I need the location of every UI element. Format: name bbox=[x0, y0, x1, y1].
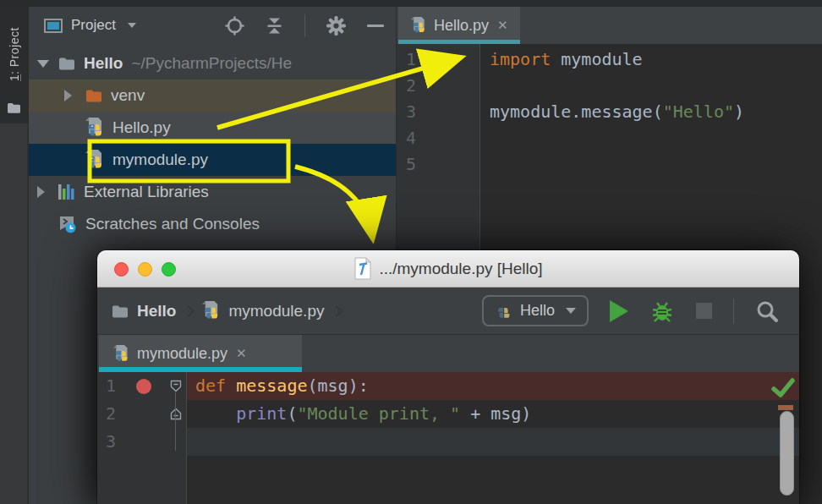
window-top-edge bbox=[0, 0, 822, 7]
fold-start-icon[interactable] bbox=[170, 380, 182, 392]
editor-scrollbar[interactable] bbox=[780, 411, 794, 496]
tree-item-external-libraries[interactable]: External Libraries bbox=[29, 176, 396, 208]
code-line bbox=[186, 428, 799, 456]
tab-label: Hello.py bbox=[434, 17, 489, 35]
close-icon[interactable]: ✕ bbox=[236, 346, 247, 361]
collapse-all-icon[interactable] bbox=[265, 16, 284, 36]
tool-window-button-label: 1: Project bbox=[0, 12, 28, 96]
float-editor-tab-bar: mymodule.py ✕ bbox=[97, 335, 799, 372]
code-line-breakpoint: 1 def message(msg): bbox=[97, 372, 799, 400]
code-line: mymodule.message("Hello") bbox=[480, 99, 822, 125]
zoom-window-button[interactable] bbox=[162, 262, 176, 277]
locate-file-icon[interactable] bbox=[225, 16, 244, 36]
fold-guide-line bbox=[175, 392, 176, 451]
tree-item-label: Scratches and Consoles bbox=[85, 215, 260, 233]
run-configuration-select[interactable]: Hello bbox=[482, 295, 589, 326]
hide-tool-window-icon[interactable] bbox=[367, 25, 384, 27]
tree-item-label: venv bbox=[111, 86, 145, 105]
code-line bbox=[186, 456, 799, 484]
debug-button[interactable] bbox=[649, 299, 675, 323]
tree-item-label: External Libraries bbox=[84, 183, 209, 201]
minimize-window-button[interactable] bbox=[138, 262, 152, 277]
python-file-icon bbox=[85, 149, 105, 171]
folder-icon bbox=[7, 101, 21, 114]
expand-arrow-icon[interactable] bbox=[37, 186, 45, 198]
tree-item-scratches[interactable]: Scratches and Consoles bbox=[29, 208, 396, 240]
code-line: def message(msg): bbox=[186, 372, 799, 400]
run-configuration-label: Hello bbox=[520, 302, 555, 320]
gutter-cell bbox=[97, 456, 186, 484]
left-tool-stripe: 1: Project bbox=[0, 7, 28, 504]
libraries-icon bbox=[58, 183, 76, 201]
toolbar-divider bbox=[733, 299, 734, 324]
folder-icon bbox=[58, 56, 76, 71]
project-tree: Hello ~/PycharmProjects/He venv Hello.py… bbox=[29, 44, 396, 240]
python-file-icon bbox=[410, 16, 427, 35]
settings-gear-icon[interactable] bbox=[326, 15, 347, 36]
project-panel-header: Project bbox=[29, 7, 396, 44]
breakpoint-icon[interactable] bbox=[136, 379, 151, 394]
code-row bbox=[97, 456, 799, 484]
python-file-icon bbox=[201, 300, 221, 321]
floating-window-mymodule: .../mymodule.py [Hello] Hello mymodule.p… bbox=[97, 250, 799, 504]
chevron-down-icon[interactable] bbox=[128, 23, 136, 28]
close-icon[interactable]: ✕ bbox=[497, 18, 508, 33]
code-line bbox=[480, 73, 822, 99]
code-row bbox=[97, 484, 799, 504]
gutter-cell: 1 bbox=[97, 372, 186, 400]
gutter-cell bbox=[97, 484, 186, 504]
tree-item-venv[interactable]: venv bbox=[29, 79, 396, 112]
run-button[interactable] bbox=[610, 300, 628, 322]
expand-arrow-icon[interactable] bbox=[37, 60, 49, 68]
search-icon[interactable] bbox=[755, 299, 779, 323]
chevron-down-icon bbox=[566, 308, 576, 314]
close-window-button[interactable] bbox=[114, 262, 129, 277]
active-tab-underline bbox=[398, 40, 520, 44]
code-line bbox=[186, 484, 799, 504]
tree-item-label: Hello bbox=[84, 54, 123, 73]
float-editor[interactable]: 1 def message(msg): 2 print("Module prin… bbox=[97, 372, 799, 504]
tab-label: mymodule.py bbox=[137, 345, 227, 363]
code-line bbox=[480, 151, 822, 178]
editor-tab-bar: Hello.py ✕ bbox=[397, 7, 822, 44]
collapse-arrow-icon[interactable] bbox=[64, 90, 72, 101]
tree-item-path: ~/PycharmProjects/He bbox=[131, 54, 292, 73]
code-line: import mymodule bbox=[480, 47, 822, 73]
tree-item-hello-py[interactable]: Hello.py bbox=[29, 112, 396, 144]
error-stripe-mark bbox=[778, 405, 793, 410]
breadcrumb-hello[interactable]: Hello bbox=[111, 302, 176, 320]
python-file-icon bbox=[112, 344, 130, 364]
fold-end-icon[interactable] bbox=[170, 408, 182, 420]
gutter-cell: 2 bbox=[97, 400, 186, 428]
folder-icon bbox=[111, 304, 129, 319]
inspections-ok-check-icon[interactable] bbox=[771, 377, 795, 399]
breadcrumb-mymodule[interactable]: mymodule.py bbox=[201, 300, 324, 321]
window-title: .../mymodule.py [Hello] bbox=[379, 260, 542, 278]
python-file-icon bbox=[495, 301, 512, 320]
stop-button[interactable] bbox=[696, 303, 712, 319]
project-panel-title[interactable]: Project bbox=[71, 17, 116, 34]
code-line: print("Module print, " + msg) bbox=[186, 400, 799, 428]
folder-icon bbox=[85, 88, 103, 103]
pycharm-screen: 1: Project Project Hello ~/PycharmProjec… bbox=[0, 0, 822, 504]
document-proxy-icon bbox=[353, 257, 372, 280]
code-line bbox=[480, 125, 822, 151]
scratches-icon bbox=[58, 214, 78, 234]
python-file-icon bbox=[85, 117, 105, 139]
tree-item-project-root[interactable]: Hello ~/PycharmProjects/He bbox=[29, 47, 396, 79]
editor-tab-hello-py[interactable]: Hello.py ✕ bbox=[398, 7, 520, 44]
breadcrumb-label: mymodule.py bbox=[228, 302, 324, 320]
toolbar-divider bbox=[304, 14, 305, 36]
chevron-right-icon bbox=[183, 304, 195, 316]
editor-tab-mymodule-py[interactable]: mymodule.py ✕ bbox=[99, 335, 302, 372]
chevron-right-icon bbox=[331, 304, 342, 316]
code-row: 2 print("Module print, " + msg) bbox=[97, 400, 799, 428]
breadcrumb-label: Hello bbox=[137, 302, 176, 320]
traffic-lights bbox=[114, 250, 176, 288]
mac-titlebar[interactable]: .../mymodule.py [Hello] bbox=[97, 250, 799, 288]
tree-item-label: Hello.py bbox=[112, 118, 171, 137]
tool-window-button-project[interactable]: 1: Project bbox=[0, 7, 28, 123]
project-tool-icon bbox=[44, 19, 63, 33]
navigation-toolbar: Hello mymodule.py Hello bbox=[97, 288, 799, 335]
tree-item-mymodule-py[interactable]: mymodule.py bbox=[29, 144, 396, 176]
